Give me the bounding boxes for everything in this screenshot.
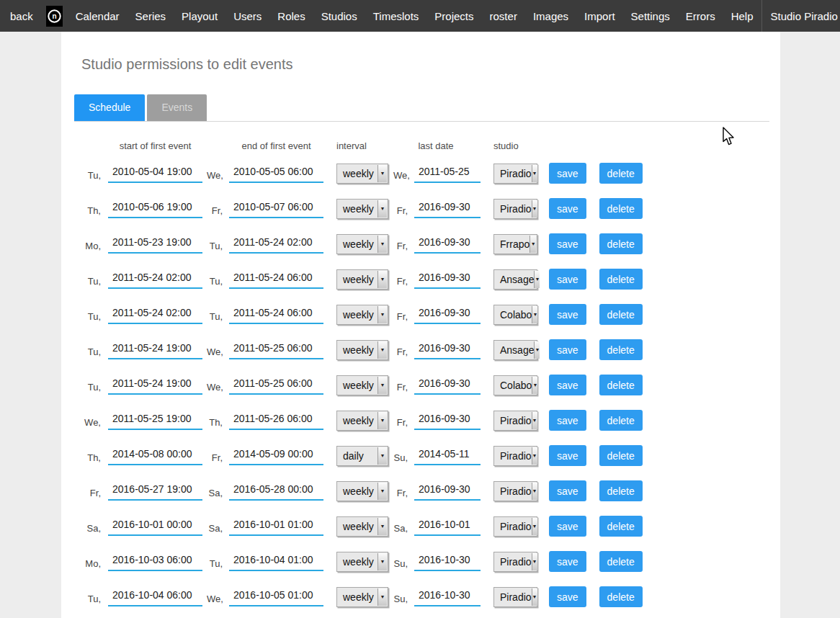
last-date-input[interactable]: [414, 270, 481, 289]
save-button[interactable]: save: [549, 269, 586, 290]
delete-button[interactable]: delete: [599, 586, 643, 607]
start-datetime-input[interactable]: [108, 552, 202, 571]
end-datetime-input[interactable]: [229, 235, 323, 254]
nav-item-images[interactable]: Images: [525, 10, 576, 22]
interval-select[interactable]: weekly ▼: [336, 375, 388, 395]
last-date-input[interactable]: [414, 588, 481, 606]
interval-select[interactable]: weekly ▼: [336, 411, 388, 431]
save-button[interactable]: save: [549, 516, 586, 537]
save-button[interactable]: save: [549, 198, 586, 219]
last-date-input[interactable]: [414, 376, 481, 395]
last-date-input[interactable]: [414, 552, 481, 571]
save-button[interactable]: save: [549, 339, 586, 360]
save-button[interactable]: save: [549, 304, 586, 325]
interval-select[interactable]: weekly ▼: [336, 164, 388, 184]
last-date-input[interactable]: [414, 164, 481, 183]
end-datetime-input[interactable]: [229, 270, 323, 289]
interval-select[interactable]: weekly ▼: [336, 516, 388, 537]
studio-select[interactable]: Colabo ▼: [493, 305, 537, 325]
delete-button[interactable]: delete: [599, 304, 643, 325]
delete-button[interactable]: delete: [599, 480, 643, 501]
interval-select[interactable]: weekly ▼: [336, 234, 388, 254]
start-datetime-input[interactable]: [108, 376, 202, 395]
start-datetime-input[interactable]: [108, 270, 202, 289]
nav-item-help[interactable]: Help: [723, 10, 761, 22]
save-button[interactable]: save: [549, 551, 586, 572]
end-datetime-input[interactable]: [229, 305, 323, 324]
save-button[interactable]: save: [549, 163, 586, 184]
end-datetime-input[interactable]: [229, 517, 323, 536]
save-button[interactable]: save: [549, 480, 586, 501]
end-datetime-input[interactable]: [229, 376, 323, 395]
delete-button[interactable]: delete: [599, 233, 643, 254]
piradio-logo-icon[interactable]: n: [46, 6, 63, 27]
interval-select[interactable]: daily ▼: [336, 446, 388, 466]
delete-button[interactable]: delete: [599, 551, 643, 572]
studio-select[interactable]: Piradio ▼: [493, 516, 537, 537]
last-date-input[interactable]: [414, 200, 481, 218]
studio-select[interactable]: Piradio ▼: [493, 481, 537, 501]
start-datetime-input[interactable]: [108, 411, 202, 430]
nav-item-import[interactable]: Import: [576, 10, 623, 22]
start-datetime-input[interactable]: [108, 482, 202, 501]
last-date-input[interactable]: [414, 447, 481, 465]
studio-select[interactable]: Piradio ▼: [493, 446, 537, 466]
end-datetime-input[interactable]: [229, 200, 323, 218]
delete-button[interactable]: delete: [599, 163, 643, 184]
delete-button[interactable]: delete: [599, 410, 643, 431]
nav-item-users[interactable]: Users: [225, 10, 269, 22]
start-datetime-input[interactable]: [108, 588, 202, 606]
start-datetime-input[interactable]: [108, 164, 202, 183]
nav-item-projects[interactable]: Projects: [426, 10, 481, 22]
studio-select[interactable]: Ansage ▼: [493, 340, 537, 360]
delete-button[interactable]: delete: [599, 445, 643, 466]
nav-item-series[interactable]: Series: [128, 10, 174, 22]
last-date-input[interactable]: [414, 305, 481, 324]
end-datetime-input[interactable]: [229, 447, 323, 465]
studio-select[interactable]: Frrapo ▼: [493, 234, 537, 254]
start-datetime-input[interactable]: [108, 305, 202, 324]
nav-item-playout[interactable]: Playout: [174, 10, 225, 22]
save-button[interactable]: save: [549, 445, 586, 466]
end-datetime-input[interactable]: [229, 164, 323, 183]
start-datetime-input[interactable]: [108, 341, 202, 359]
interval-select[interactable]: weekly ▼: [336, 552, 388, 572]
delete-button[interactable]: delete: [599, 339, 643, 360]
tab-schedule[interactable]: Schedule: [74, 94, 145, 121]
delete-button[interactable]: delete: [599, 516, 643, 537]
end-datetime-input[interactable]: [229, 411, 323, 430]
nav-item-calendar[interactable]: Calendar: [68, 10, 128, 22]
save-button[interactable]: save: [549, 233, 586, 254]
last-date-input[interactable]: [414, 482, 481, 501]
nav-item-timeslots[interactable]: Timeslots: [365, 10, 427, 22]
studio-select[interactable]: Piradio ▼: [493, 411, 537, 431]
interval-select[interactable]: weekly ▼: [336, 269, 388, 290]
save-button[interactable]: save: [549, 410, 586, 431]
studio-select[interactable]: Piradio ▼: [493, 552, 537, 572]
last-date-input[interactable]: [414, 235, 481, 254]
delete-button[interactable]: delete: [599, 269, 643, 290]
save-button[interactable]: save: [549, 586, 586, 607]
interval-select[interactable]: weekly ▼: [336, 481, 388, 501]
end-datetime-input[interactable]: [229, 482, 323, 501]
back-link[interactable]: back: [0, 10, 41, 22]
end-datetime-input[interactable]: [229, 588, 323, 606]
studio-select[interactable]: Ansage ▼: [493, 269, 537, 290]
end-datetime-input[interactable]: [229, 341, 323, 359]
interval-select[interactable]: weekly ▼: [336, 587, 388, 607]
save-button[interactable]: save: [549, 375, 586, 395]
nav-item-roles[interactable]: Roles: [269, 10, 313, 22]
start-datetime-input[interactable]: [108, 200, 202, 218]
start-datetime-input[interactable]: [108, 235, 202, 254]
start-datetime-input[interactable]: [108, 517, 202, 536]
interval-select[interactable]: weekly ▼: [336, 340, 388, 360]
studio-select[interactable]: Piradio ▼: [493, 164, 537, 184]
delete-button[interactable]: delete: [599, 375, 643, 395]
nav-item-errors[interactable]: Errors: [678, 10, 723, 22]
nav-item-studios[interactable]: Studios: [313, 10, 365, 22]
studio-select[interactable]: Piradio ▼: [493, 199, 537, 219]
interval-select[interactable]: weekly ▼: [336, 199, 388, 219]
studio-switcher-select[interactable]: Studio Piradio ▼: [762, 0, 840, 32]
tab-events[interactable]: Events: [147, 94, 207, 121]
nav-item-roster[interactable]: roster: [482, 10, 525, 22]
